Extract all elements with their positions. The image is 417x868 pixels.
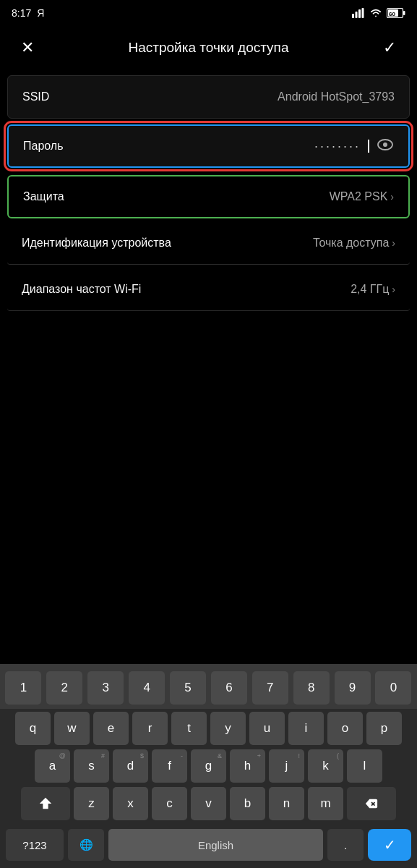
security-label: Защита bbox=[23, 190, 64, 203]
ssid-value: Android HotSpot_3793 bbox=[278, 90, 395, 103]
num-key-2[interactable]: 2 bbox=[46, 671, 82, 705]
shift-key[interactable] bbox=[21, 787, 70, 820]
period-key[interactable]: . bbox=[327, 829, 364, 861]
eye-icon[interactable] bbox=[377, 138, 394, 155]
letter-key-x[interactable]: x bbox=[113, 787, 148, 820]
time-label: 8:17 bbox=[12, 7, 31, 19]
svg-point-9 bbox=[383, 142, 387, 147]
period-label: . bbox=[344, 839, 347, 851]
letter-key-m[interactable]: m bbox=[308, 787, 343, 820]
letter-key-o[interactable]: o bbox=[327, 712, 363, 745]
number-row: 1234567890 bbox=[0, 664, 417, 709]
letter-key-q[interactable]: q bbox=[15, 712, 51, 745]
letter-key-v[interactable]: v bbox=[191, 787, 226, 820]
password-label: Пароль bbox=[23, 140, 64, 153]
num-key-1[interactable]: 1 bbox=[5, 671, 41, 705]
bottom-row: ?123 🌐 English . ✓ bbox=[0, 826, 417, 868]
letter-key-z[interactable]: z bbox=[74, 787, 109, 820]
svg-rect-3 bbox=[362, 8, 364, 18]
num-key-8[interactable]: 8 bbox=[293, 671, 330, 705]
status-right: 60 bbox=[352, 8, 405, 18]
letter-row-3: zxcvbnm bbox=[3, 787, 414, 820]
letter-key-f[interactable]: f- bbox=[152, 749, 187, 783]
space-key[interactable]: English bbox=[108, 829, 323, 861]
security-value-text: WPA2 PSK bbox=[330, 190, 388, 203]
status-bar: 8:17 Я 60 bbox=[0, 0, 417, 26]
letter-key-n[interactable]: n bbox=[269, 787, 304, 820]
space-label: English bbox=[198, 839, 233, 851]
num-key-4[interactable]: 4 bbox=[129, 671, 165, 705]
page-title: Настройка точки доступа bbox=[129, 40, 289, 56]
status-left: 8:17 Я bbox=[12, 7, 44, 19]
letter-key-k[interactable]: k( bbox=[308, 749, 343, 783]
num-key-3[interactable]: 3 bbox=[87, 671, 124, 705]
num-switch-label: ?123 bbox=[22, 839, 46, 851]
wifi-band-chevron: › bbox=[392, 284, 395, 295]
letter-key-h[interactable]: h+ bbox=[230, 749, 265, 783]
letter-key-r[interactable]: r bbox=[132, 712, 168, 745]
num-key-7[interactable]: 7 bbox=[252, 671, 288, 705]
num-key-5[interactable]: 5 bbox=[170, 671, 206, 705]
letter-key-j[interactable]: j! bbox=[269, 749, 304, 783]
letter-key-y[interactable]: y bbox=[210, 712, 246, 745]
wifi-band-value-text: 2,4 ГГц bbox=[351, 283, 389, 296]
ssid-label: SSID bbox=[22, 90, 49, 103]
svg-text:60: 60 bbox=[389, 11, 395, 17]
battery-icon: 60 bbox=[387, 8, 405, 18]
device-id-row[interactable]: Идентификация устройства Точка доступа › bbox=[7, 221, 410, 265]
security-row[interactable]: Защита WPA2 PSK › bbox=[7, 175, 410, 218]
security-chevron: › bbox=[390, 191, 394, 203]
device-id-value: Точка доступа › bbox=[313, 237, 395, 250]
letter-row-1: qwertyuiop bbox=[3, 712, 414, 745]
letter-key-g[interactable]: g& bbox=[191, 749, 226, 783]
svg-rect-2 bbox=[358, 9, 361, 18]
device-id-label: Идентификация устройства bbox=[22, 237, 171, 250]
letter-key-s[interactable]: s# bbox=[74, 749, 109, 783]
password-value-area: ········ bbox=[314, 138, 394, 155]
letter-key-a[interactable]: a@ bbox=[35, 749, 70, 783]
letter-key-u[interactable]: u bbox=[249, 712, 285, 745]
password-dots: ········ bbox=[314, 139, 361, 154]
close-button[interactable]: ✕ bbox=[14, 38, 40, 57]
svg-rect-1 bbox=[356, 12, 358, 18]
letter-key-w[interactable]: w bbox=[54, 712, 90, 745]
num-key-9[interactable]: 9 bbox=[335, 671, 371, 705]
password-row[interactable]: Пароль ········ bbox=[7, 124, 410, 168]
num-switch-key[interactable]: ?123 bbox=[6, 829, 64, 861]
carrier-label: Я bbox=[37, 7, 44, 19]
letter-key-e[interactable]: e bbox=[93, 712, 129, 745]
letter-rows: qwertyuiop a@s#d$f-g&h+j!k(l zxcvbnm bbox=[0, 709, 417, 826]
top-bar: ✕ Настройка точки доступа ✓ bbox=[0, 26, 417, 69]
confirm-button[interactable]: ✓ bbox=[377, 38, 403, 57]
num-key-6[interactable]: 6 bbox=[211, 671, 247, 705]
svg-rect-5 bbox=[403, 11, 405, 15]
letter-key-d[interactable]: d$ bbox=[113, 749, 148, 783]
done-label: ✓ bbox=[384, 836, 396, 854]
delete-key[interactable] bbox=[347, 787, 396, 820]
wifi-band-label: Диапазон частот Wi-Fi bbox=[22, 283, 141, 296]
ssid-row: SSID Android HotSpot_3793 bbox=[7, 75, 410, 119]
keyboard: 1234567890 qwertyuiop a@s#d$f-g&h+j!k(l … bbox=[0, 664, 417, 868]
letter-key-l[interactable]: l bbox=[347, 749, 382, 783]
letter-key-i[interactable]: i bbox=[288, 712, 324, 745]
letter-row-2: a@s#d$f-g&h+j!k(l bbox=[3, 749, 414, 783]
letter-key-b[interactable]: b bbox=[230, 787, 265, 820]
svg-rect-0 bbox=[352, 14, 354, 18]
globe-key[interactable]: 🌐 bbox=[68, 829, 104, 861]
letter-key-c[interactable]: c bbox=[152, 787, 187, 820]
wifi-band-row[interactable]: Диапазон частот Wi-Fi 2,4 ГГц › bbox=[7, 268, 410, 311]
wifi-icon bbox=[369, 8, 382, 18]
globe-icon: 🌐 bbox=[79, 838, 93, 851]
letter-key-t[interactable]: t bbox=[171, 712, 207, 745]
signal-icon bbox=[352, 8, 365, 18]
text-cursor bbox=[368, 140, 369, 153]
wifi-band-value: 2,4 ГГц › bbox=[351, 283, 395, 296]
device-id-value-text: Точка доступа bbox=[313, 237, 389, 250]
done-key[interactable]: ✓ bbox=[368, 829, 411, 861]
device-id-chevron: › bbox=[392, 237, 395, 249]
letter-key-p[interactable]: p bbox=[366, 712, 402, 745]
security-value: WPA2 PSK › bbox=[330, 190, 394, 203]
num-key-0[interactable]: 0 bbox=[375, 671, 411, 705]
